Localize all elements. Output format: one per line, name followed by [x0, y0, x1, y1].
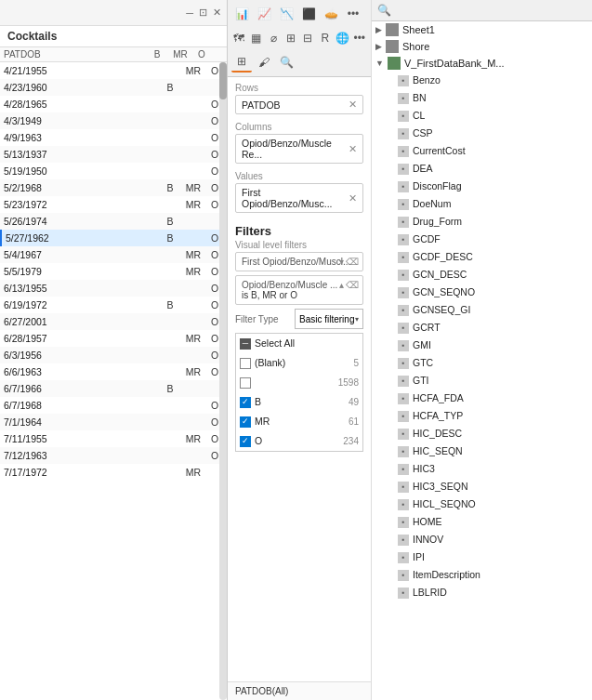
filter-list-item[interactable]: ✓ O 234 — [236, 431, 362, 451]
filter-select-all-item[interactable]: ─ Select All — [236, 334, 362, 353]
table-row[interactable]: 6/27/2001 O — [0, 313, 227, 330]
gauge-icon[interactable]: ⌀ — [266, 28, 282, 48]
table-row[interactable]: 7/12/1963 O — [0, 447, 227, 464]
table-row[interactable]: 4/9/1963 O — [0, 129, 227, 146]
select-all-checkbox[interactable]: ─ — [240, 338, 251, 350]
fields-icon[interactable]: ⊞ — [231, 52, 252, 73]
field-row[interactable]: ▪ DoeNum — [372, 195, 592, 213]
card-icon[interactable]: R — [318, 28, 334, 48]
restore-icon[interactable]: ⊡ — [199, 7, 207, 19]
field-row[interactable]: ▪ BN — [372, 89, 592, 107]
filter-item-checkbox[interactable] — [240, 358, 251, 369]
filter-item-checkbox[interactable]: ✓ — [240, 416, 251, 428]
filter-list-item[interactable]: (Blank) 5 — [236, 353, 362, 373]
filter1-eraser-icon[interactable]: ⌫ — [346, 257, 359, 267]
field-row[interactable]: ▪ DisconFlag — [372, 178, 592, 195]
field-row[interactable]: ▪ GCDF_DESC — [372, 248, 592, 266]
more-visuals-icon[interactable]: ••• — [352, 28, 368, 48]
filter-list-item[interactable]: ✓ MR 61 — [236, 412, 362, 431]
field-row[interactable]: ▪ GCRT — [372, 319, 592, 337]
field-row[interactable]: ▪ CSP — [372, 125, 592, 142]
field-row[interactable]: ▪ GTC — [372, 354, 592, 372]
filter2-eraser-icon[interactable]: ⌫ — [346, 280, 359, 290]
values-field-pill[interactable]: First Opiod/Benzo/Musc... ✕ — [235, 183, 363, 213]
table-row[interactable]: 4/28/1965 O — [0, 96, 227, 112]
db-item-shore[interactable]: ▶ Shore — [372, 38, 592, 55]
table-row[interactable]: 4/3/1949 O — [0, 112, 227, 129]
analytics-icon[interactable]: 🔍 — [276, 52, 296, 73]
field-row[interactable]: ▪ HCFA_TYP — [372, 407, 592, 425]
filter-type-select[interactable]: Basic filtering ▾ — [295, 309, 363, 329]
table-row[interactable]: 6/7/1968 O — [0, 397, 227, 414]
table-row[interactable]: 5/13/1937 O — [0, 146, 227, 163]
field-row[interactable]: ▪ HICL_SEQNO — [372, 495, 592, 513]
chart-scatter-icon[interactable]: ⬛ — [298, 4, 319, 24]
field-row[interactable]: ▪ HIC3_SEQN — [372, 478, 592, 495]
field-row[interactable]: ▪ HOME — [372, 513, 592, 531]
table-row[interactable]: 7/11/1955 MR O — [0, 430, 227, 447]
filter-item-checkbox[interactable]: ✓ — [240, 397, 251, 408]
field-row[interactable]: ▪ GCNSEQ_GI — [372, 301, 592, 319]
filter-item-checkbox[interactable] — [240, 377, 251, 389]
table-row[interactable]: 5/19/1950 O — [0, 163, 227, 179]
field-row[interactable]: ▪ GCN_DESC — [372, 266, 592, 284]
filter2-chevron-icon[interactable]: ▴ — [339, 280, 344, 290]
rows-field-remove[interactable]: ✕ — [349, 99, 357, 111]
filter-item-checkbox[interactable]: ✓ — [240, 436, 251, 447]
table-row[interactable]: 7/17/1972 MR — [0, 464, 227, 481]
db-item-vtable[interactable]: ▼ V_FirstDataBank_M... — [372, 55, 592, 72]
scrollbar-thumb[interactable] — [219, 62, 227, 99]
table-row[interactable]: 5/26/1974 B — [0, 213, 227, 230]
chart-area-icon[interactable]: 📉 — [276, 4, 296, 24]
field-row[interactable]: ▪ GCN_SEQNO — [372, 284, 592, 301]
table-row[interactable]: 5/23/1972 MR O — [0, 196, 227, 213]
table-row[interactable]: 5/27/1962 B O — [0, 230, 227, 246]
minimize-icon[interactable]: ─ — [186, 7, 193, 19]
chart-line-icon[interactable]: 📈 — [254, 4, 274, 24]
filter-item-2[interactable]: Opiod/Benzo/Muscle ... is B, MR or O ▴ ⌫ — [235, 275, 363, 305]
field-row[interactable]: ▪ HCFA_FDA — [372, 390, 592, 407]
filter-list-item[interactable]: 1598 — [236, 373, 362, 392]
field-row[interactable]: ▪ HIC_DESC — [372, 425, 592, 442]
field-row[interactable]: ▪ INNOV — [372, 531, 592, 548]
field-row[interactable]: ▪ CL — [372, 107, 592, 125]
table-row[interactable]: 6/6/1963 MR O — [0, 363, 227, 380]
table-row[interactable]: 6/19/1972 B O — [0, 297, 227, 313]
format-icon[interactable]: 🖌 — [254, 52, 274, 73]
search-icon[interactable]: 🔍 — [377, 4, 391, 17]
field-row[interactable]: ▪ GCDF — [372, 231, 592, 248]
more-charts-icon[interactable]: ••• — [343, 4, 363, 24]
table-row[interactable]: 6/13/1955 O — [0, 280, 227, 297]
table-row[interactable]: 5/4/1967 MR O — [0, 246, 227, 263]
field-row[interactable]: ▪ HIC3 — [372, 460, 592, 478]
treemap-icon[interactable]: ▦ — [249, 28, 265, 48]
chart-pie-icon[interactable]: 🥧 — [321, 4, 341, 24]
table-row[interactable]: 6/3/1956 O — [0, 347, 227, 363]
field-row[interactable]: ▪ IPI — [372, 548, 592, 566]
columns-field-remove[interactable]: ✕ — [349, 143, 357, 155]
field-row[interactable]: ▪ GMI — [372, 337, 592, 354]
columns-field-pill[interactable]: Opiod/Benzo/Muscle Re... ✕ — [235, 134, 363, 164]
globe-icon[interactable]: 🌐 — [335, 28, 350, 48]
field-row[interactable]: ▪ GTI — [372, 372, 592, 390]
matrix-icon[interactable]: ⊟ — [300, 28, 316, 48]
table-row[interactable]: 5/2/1968 B MR O — [0, 179, 227, 196]
field-row[interactable]: ▪ Drug_Form — [372, 213, 592, 231]
table-row[interactable]: 4/23/1960 B — [0, 79, 227, 96]
table-icon[interactable]: ⊞ — [283, 28, 299, 48]
values-field-remove[interactable]: ✕ — [349, 192, 357, 205]
rows-field-pill[interactable]: PATDOB ✕ — [235, 95, 363, 114]
table-row[interactable]: 6/28/1957 MR O — [0, 330, 227, 347]
table-row[interactable]: 4/21/1955 MR O — [0, 62, 227, 79]
filter-item-1[interactable]: First Opiod/Benzo/Muscl... ▾ ⌫ — [235, 252, 363, 271]
close-icon[interactable]: ✕ — [213, 7, 221, 19]
table-row[interactable]: 7/1/1964 O — [0, 414, 227, 430]
db-item-sheet1[interactable]: ▶ Sheet1 — [372, 21, 592, 38]
vertical-scrollbar[interactable] — [219, 62, 227, 700]
field-row[interactable]: ▪ ItemDescription — [372, 566, 592, 584]
table-row[interactable]: 5/5/1979 MR O — [0, 263, 227, 280]
field-row[interactable]: ▪ DEA — [372, 160, 592, 178]
chart-bar-icon[interactable]: 📊 — [231, 4, 252, 24]
field-row[interactable]: ▪ LBLRID — [372, 584, 592, 601]
filter1-chevron-icon[interactable]: ▾ — [339, 257, 344, 267]
